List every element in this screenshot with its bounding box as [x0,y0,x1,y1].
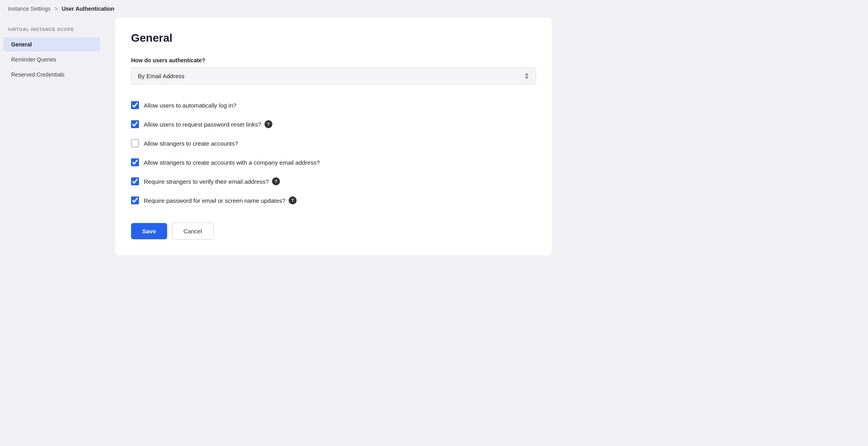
checkbox-label-auto-login: Allow users to automatically log in? [144,102,236,109]
checkbox-row-company-email: Allow strangers to create accounts with … [131,153,536,172]
cancel-button[interactable]: Cancel [172,223,214,240]
breadcrumb-separator: > [54,6,58,12]
checkbox-group: Allow users to automatically log in? All… [131,96,536,210]
button-row: Save Cancel [131,223,536,240]
help-icon-password-updates[interactable]: ? [289,196,297,204]
checkbox-strangers-create[interactable] [131,139,139,147]
checkbox-row-password-reset: Allow users to request password reset li… [131,115,536,134]
page-title: General [131,32,536,44]
main-layout: Virtual Instance Scope General Reminder … [0,17,868,446]
checkbox-label-password-reset: Allow users to request password reset li… [144,120,272,128]
checkbox-row-strangers-create: Allow strangers to create accounts? [131,134,536,153]
help-icon-verify-email[interactable]: ? [272,177,280,185]
checkbox-label-password-updates: Require password for email or screen nam… [144,196,297,204]
content-area: General How do users authenticate? By Em… [103,17,868,430]
help-icon-password-reset[interactable]: ? [264,120,272,128]
checkbox-label-company-email: Allow strangers to create accounts with … [144,159,320,166]
sidebar-item-general[interactable]: General [3,37,100,52]
sidebar-section-label: Virtual Instance Scope [0,24,103,37]
sidebar-item-reserved-credentials[interactable]: Reserved Credentials [3,67,100,82]
page-container: Instance Settings > User Authentication … [0,0,868,446]
sidebar: Virtual Instance Scope General Reminder … [0,17,103,430]
auth-select-wrapper: By Email Address By Screen Name By Email… [131,67,536,85]
content-card: General How do users authenticate? By Em… [115,17,552,256]
checkbox-auto-login[interactable] [131,101,139,109]
breadcrumb-current: User Authentication [62,6,114,12]
checkbox-label-verify-email: Require strangers to verify their email … [144,177,280,185]
auth-field-label: How do users authenticate? [131,57,536,63]
checkbox-company-email[interactable] [131,158,139,166]
checkbox-row-verify-email: Require strangers to verify their email … [131,172,536,191]
auth-select[interactable]: By Email Address By Screen Name By Email… [131,67,536,85]
checkbox-label-strangers-create: Allow strangers to create accounts? [144,140,238,147]
checkbox-verify-email[interactable] [131,177,139,185]
breadcrumb-parent[interactable]: Instance Settings [8,6,50,12]
save-button[interactable]: Save [131,223,167,239]
checkbox-row-password-updates: Require password for email or screen nam… [131,191,536,210]
sidebar-item-reminder-queries[interactable]: Reminder Queries [3,52,100,67]
checkbox-password-updates[interactable] [131,196,139,204]
checkbox-password-reset[interactable] [131,120,139,128]
breadcrumb: Instance Settings > User Authentication [0,0,868,17]
checkbox-row-auto-login: Allow users to automatically log in? [131,96,536,115]
